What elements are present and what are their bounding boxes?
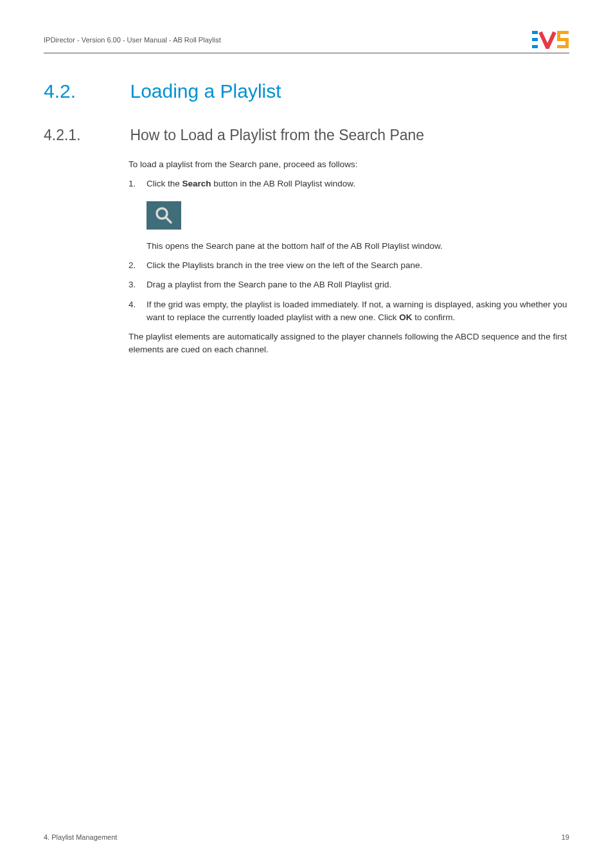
subsection-number: 4.2.1. (44, 127, 127, 144)
list-number: 4. (129, 298, 136, 311)
breadcrumb: IPDirector - Version 6.00 - User Manual … (44, 36, 221, 44)
svg-rect-7 (557, 45, 569, 48)
subsection-heading: 4.2.1. How to Load a Playlist from the S… (44, 127, 569, 144)
list-number: 3. (129, 278, 136, 291)
section-heading: 4.2. Loading a Playlist (44, 80, 569, 102)
step-text: If the grid was empty, the playlist is l… (147, 300, 567, 322)
list-number: 1. (129, 177, 136, 190)
svg-line-9 (166, 217, 171, 222)
footer-chapter: 4. Playlist Management (44, 833, 117, 841)
footer-page-number: 19 (562, 833, 569, 841)
svg-rect-1 (532, 38, 538, 41)
section-number: 4.2. (44, 80, 127, 102)
step-text: Drag a playlist from the Search pane to … (147, 280, 391, 289)
body-content: To load a playlist from the Search pane,… (129, 158, 569, 357)
step-text: Click the Playlists branch in the tree v… (147, 260, 422, 270)
step-1: 1. Click the Search button in the AB Rol… (129, 177, 569, 253)
step-text: to confirm. (412, 312, 455, 322)
step-text: button in the AB Roll Playlist window. (211, 179, 355, 188)
step-4: 4. If the grid was empty, the playlist i… (129, 298, 569, 325)
svg-rect-2 (532, 45, 538, 48)
list-number: 2. (129, 259, 136, 272)
section-title: Loading a Playlist (130, 80, 281, 102)
svg-rect-0 (532, 31, 538, 34)
outro-paragraph: The playlist elements are automatically … (129, 330, 569, 357)
step-1-result: This opens the Search pane at the bottom… (147, 240, 569, 253)
page-footer: 4. Playlist Management 19 (44, 833, 569, 841)
step-2: 2. Click the Playlists branch in the tre… (129, 259, 569, 272)
search-button-image (147, 201, 181, 230)
step-3: 3. Drag a playlist from the Search pane … (129, 278, 569, 291)
page-header: IPDirector - Version 6.00 - User Manual … (44, 31, 569, 53)
subsection-title: How to Load a Playlist from the Search P… (130, 127, 424, 144)
evs-logo (532, 31, 569, 49)
search-icon (154, 206, 173, 225)
step-text: Click the (147, 179, 182, 188)
ok-label-bold: OK (399, 312, 412, 322)
intro-paragraph: To load a playlist from the Search pane,… (129, 158, 569, 171)
search-label-bold: Search (182, 179, 211, 188)
